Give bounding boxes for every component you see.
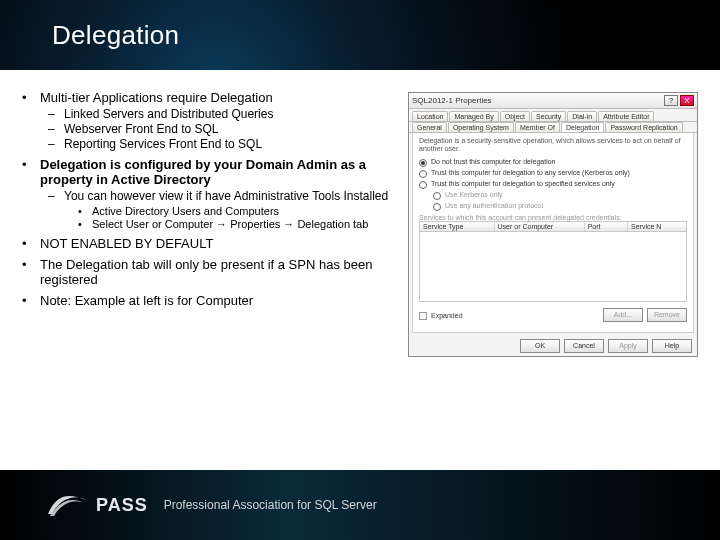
footer-brand: PASS [96,495,148,516]
radio-label: Use Kerberos only [445,191,503,198]
footer-subtitle: Professional Association for SQL Server [164,498,377,512]
apply-button[interactable]: Apply [608,339,648,353]
bullet-lead: Multi-tier Applications require Delegati… [40,90,273,105]
ok-button[interactable]: OK [520,339,560,353]
bullet-lead: Note: Example at left is for Computer [40,293,253,308]
dialog-titlebar: SQL2012-1 Properties ? X [409,93,697,109]
tab-attribute-editor[interactable]: Attribute Editor [598,111,654,121]
radio-icon [433,203,441,211]
tab-delegation[interactable]: Delegation [561,122,604,132]
tab-dial-in[interactable]: Dial-in [567,111,597,121]
bullet-multi-tier: Multi-tier Applications require Delegati… [18,90,408,151]
dialog-title-text: SQL2012-1 Properties [412,96,492,105]
close-button[interactable]: X [680,95,694,106]
tab-row-1: Location Managed By Object Security Dial… [409,109,697,122]
radio-label: Do not trust this computer for delegatio… [431,158,556,165]
services-list-header: Service Type User or Computer Port Servi… [419,221,687,232]
tab-location[interactable]: Location [412,111,448,121]
pass-logo: PASS [46,490,148,520]
sub-bullet: Linked Servers and Distributed Queries [40,107,408,121]
sub2-bullet: Select User or Computer → Properties → D… [64,218,408,230]
slide-title: Delegation [52,20,179,51]
services-list-label: Services to which this account can prese… [419,214,687,221]
checkbox-label: Expanded [431,312,463,319]
bullet-lead: Delegation is configured by your Domain … [40,157,366,187]
bullet-note-example: Note: Example at left is for Computer [18,293,408,308]
radio-icon [419,181,427,189]
radio-trust-specified[interactable]: Trust this computer for delegation to sp… [419,180,687,189]
dialog-body: Delegation is a security-sensitive opera… [412,133,694,333]
tab-managed-by[interactable]: Managed By [449,111,498,121]
radio-kerberos-only[interactable]: Use Kerberos only [433,191,687,200]
checkbox-icon [419,312,427,320]
radio-icon [419,159,427,167]
bullet-not-enabled: NOT ENABLED BY DEFAULT [18,236,408,251]
add-button[interactable]: Add... [603,308,643,322]
sub-bullet: You can however view it if have Administ… [40,189,408,230]
help-button-footer[interactable]: Help [652,339,692,353]
tab-object[interactable]: Object [500,111,530,121]
dialog-column: SQL2012-1 Properties ? X Location Manage… [408,90,708,357]
bullet-lead: The Delegation tab will only be present … [40,257,372,287]
col-port: Port [585,222,628,231]
properties-dialog: SQL2012-1 Properties ? X Location Manage… [408,92,698,357]
sub-bullet: Webserver Front End to SQL [40,122,408,136]
col-service-name: Service N [628,222,686,231]
text-column: Multi-tier Applications require Delegati… [18,90,408,357]
radio-do-not-trust[interactable]: Do not trust this computer for delegatio… [419,158,687,167]
radio-label: Trust this computer for delegation to sp… [431,180,615,187]
sub-bullet: Reporting Services Front End to SQL [40,137,408,151]
radio-icon [419,170,427,178]
tab-general[interactable]: General [412,122,447,132]
services-list[interactable] [419,232,687,302]
radio-label: Use any authentication protocol [445,202,543,209]
tab-operating-system[interactable]: Operating System [448,122,514,132]
bullet-lead: NOT ENABLED BY DEFAULT [40,236,213,251]
radio-label: Trust this computer for delegation to an… [431,169,630,176]
delegation-note: Delegation is a security-sensitive opera… [419,137,687,154]
logo-icon [46,490,88,520]
tab-security[interactable]: Security [531,111,566,121]
slide: Delegation Multi-tier Applications requi… [0,0,720,540]
cancel-button[interactable]: Cancel [564,339,604,353]
dialog-footer-actions: OK Cancel Apply Help [409,336,697,356]
bullet-delegation-config: Delegation is configured by your Domain … [18,157,408,230]
sub-bullet-text: You can however view it if have Administ… [64,189,388,203]
tab-member-of[interactable]: Member Of [515,122,560,132]
col-service-type: Service Type [420,222,495,231]
sub2-bullet: Active Directory Users and Computers [64,205,408,217]
radio-icon [433,192,441,200]
tab-row-2: General Operating System Member Of Deleg… [409,122,697,133]
help-button[interactable]: ? [664,95,678,106]
tab-password-replication[interactable]: Password Replication [605,122,682,132]
col-user-computer: User or Computer [495,222,585,231]
remove-button[interactable]: Remove [647,308,687,322]
expanded-checkbox[interactable]: Expanded [419,312,463,320]
slide-body: Multi-tier Applications require Delegati… [18,90,720,357]
bullet-tab-present: The Delegation tab will only be present … [18,257,408,287]
title-bar: Delegation [0,0,720,70]
footer: PASS Professional Association for SQL Se… [0,470,720,540]
radio-trust-any[interactable]: Trust this computer for delegation to an… [419,169,687,178]
radio-any-auth[interactable]: Use any authentication protocol [433,202,687,211]
